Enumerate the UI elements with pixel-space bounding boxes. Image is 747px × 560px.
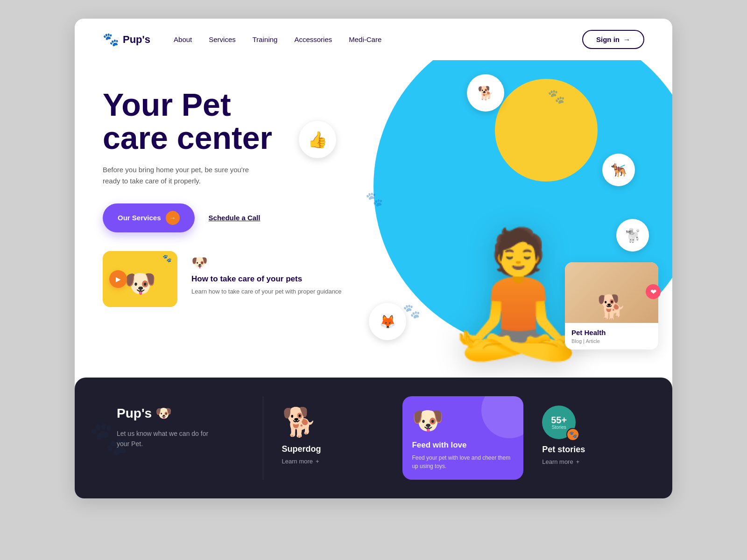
stories-learn-more[interactable]: Learn more + [542, 458, 579, 465]
schedule-call-button[interactable]: Schedule a Call [209, 214, 261, 222]
nav-training[interactable]: Training [253, 35, 278, 43]
stories-count: 55+ [551, 415, 567, 425]
superdog-title: Superdog [282, 444, 321, 454]
sign-in-button[interactable]: Sign in → [582, 30, 644, 49]
our-services-button[interactable]: Our Services → [103, 203, 195, 232]
nav-about[interactable]: About [174, 35, 192, 43]
pet-health-card-image: 🐕 [565, 262, 658, 323]
hero-title: Your Pet care center [103, 88, 327, 155]
video-title: How to take care of your pets [191, 274, 342, 284]
pet-bubble-mid-right: 🐕‍🦺 [602, 154, 635, 186]
hero-subtitle: Before you bring home your pet, be sure … [103, 164, 252, 187]
pet-bubble-bottom-right: 🐩 [616, 219, 649, 252]
stories-title: Pet stories [542, 445, 585, 455]
stories-label: Stories [552, 425, 566, 430]
hero-title-line1: Your Pet [103, 87, 231, 122]
header: 🐾 Pup's About Services Training Accessor… [75, 19, 672, 60]
sign-in-label: Sign in [596, 35, 620, 43]
footer-brand-desc: Let us know what we can do for your Pet. [117, 428, 219, 449]
stories-avatar: 🐾 [566, 428, 579, 441]
nav-accessories[interactable]: Accessories [294, 35, 332, 43]
stories-plus-icon: + [576, 458, 580, 465]
video-info: 🐶 How to take care of your pets Learn ho… [191, 251, 342, 296]
footer-feed-card: 🐶 Feed with love Feed your pet with love… [402, 396, 523, 480]
bottom-section: 🐾 Pup's 🐶 Let us know what we can do for… [75, 378, 672, 498]
superdog-learn-more[interactable]: Learn more + [282, 458, 319, 465]
vertical-divider [263, 396, 263, 480]
video-description: Learn how to take care of your pet with … [191, 287, 342, 296]
feed-card-description: Feed your pet with love and cheer them u… [412, 454, 514, 470]
hero-section: 🐾 🐾 🐾 🐕 🐕‍🦺 🐩 🦊 👍 🧘 🐕 Pet Health Blog | … [75, 60, 672, 378]
dog-face-icon: 🐶 [191, 255, 342, 270]
feed-dog-emoji: 🐶 [412, 406, 514, 436]
hero-title-line2: care center [103, 120, 272, 155]
paw-decoration-2: 🐾 [366, 191, 383, 207]
video-thumbnail[interactable]: ▶ 🐶 🐾 [103, 251, 177, 307]
thumbs-up-bubble: 👍 [299, 121, 336, 158]
pet-health-card-subtitle: Blog | Article [571, 338, 652, 344]
hero-buttons: Our Services → Schedule a Call [103, 203, 327, 232]
footer-brand-name: Pup's 🐶 [117, 406, 240, 421]
pet-bubble-top: 🐕 [467, 74, 504, 112]
pet-health-card-title: Pet Health [571, 329, 652, 336]
our-services-label: Our Services [118, 214, 161, 222]
footer-dog-emoji: 🐶 [155, 406, 172, 421]
plus-icon: + [316, 458, 319, 465]
superdog-emoji: 🐕 [282, 406, 317, 439]
logo[interactable]: 🐾 Pup's [103, 32, 150, 47]
paw-icon: 🐾 [103, 32, 119, 47]
arrow-icon: → [623, 35, 630, 43]
stories-badge: 55+ Stories 🐾 [542, 406, 576, 439]
play-button[interactable]: ▶ [109, 270, 127, 288]
footer-stories-card: 55+ Stories 🐾 Pet stories Learn more + [533, 396, 654, 480]
pet-health-card: 🐕 Pet Health Blog | Article [565, 262, 658, 350]
heart-badge: ❤ [646, 284, 661, 299]
navigation: About Services Training Accessories Medi… [174, 35, 582, 43]
nav-services[interactable]: Services [209, 35, 236, 43]
feed-card-title: Feed with love [412, 441, 514, 450]
arrow-circle-icon: → [166, 211, 180, 225]
nav-medicare[interactable]: Medi-Care [349, 35, 381, 43]
page-wrapper: 🐾 Pup's About Services Training Accessor… [75, 19, 672, 498]
pet-health-card-body: Pet Health Blog | Article [565, 323, 658, 350]
superdog-learn-more-label: Learn more [282, 458, 313, 465]
bottom-paw-decoration: 🐾 [89, 419, 129, 457]
stories-learn-more-label: Learn more [542, 458, 573, 465]
site-name: Pup's [123, 34, 150, 46]
pet-bubble-left-mid: 🦊 [369, 303, 406, 340]
paw-small-icon: 🐾 [162, 254, 172, 263]
video-dog-emoji: 🐶 [124, 268, 156, 299]
footer-superdog-card: 🐕 Superdog Learn more + [273, 396, 394, 480]
